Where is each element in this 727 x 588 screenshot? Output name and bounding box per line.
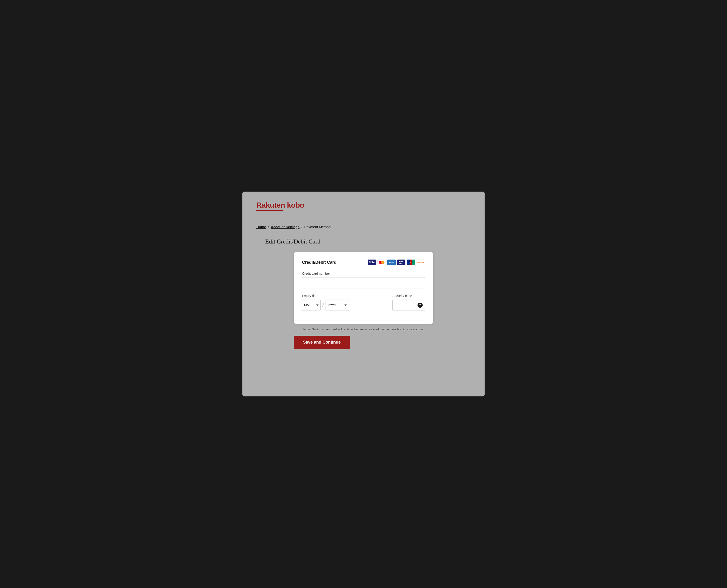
- credit-card-number-label: Credit card number: [302, 272, 425, 275]
- logo: Rakuten kobo: [256, 201, 304, 211]
- card-form-title: Credit/Debit Card: [302, 260, 336, 265]
- expiry-date-label: Expiry date: [302, 294, 386, 298]
- payment-icons: VISA AMEX VISA DEBIT JCB: [368, 259, 425, 265]
- card-form-container: Credit/Debit Card VISA AMEX VISA: [294, 252, 433, 324]
- breadcrumb-current: Payment Method: [304, 225, 330, 229]
- mastercard-icon: [377, 259, 386, 265]
- logo-container: Rakuten kobo: [256, 201, 471, 211]
- expiry-date-group: Expiry date MM 01020304 05060708 0910111…: [302, 294, 386, 311]
- expiry-inputs: MM 01020304 05060708 09101112 / YYYY 202…: [302, 299, 386, 311]
- breadcrumb: Home / Account Settings / Payment Method: [256, 225, 471, 229]
- security-help-icon[interactable]: ?: [417, 302, 423, 308]
- security-code-label: Security code: [392, 294, 425, 298]
- security-code-group: Security code ?: [392, 294, 425, 311]
- security-input-wrapper: ?: [392, 299, 425, 311]
- expiry-year-select[interactable]: YYYY 2024202520262027 2028202920302031 2…: [326, 299, 349, 311]
- breadcrumb-home[interactable]: Home: [256, 225, 266, 229]
- note-prefix: Note:: [304, 328, 311, 331]
- visa-icon: VISA: [368, 259, 376, 265]
- credit-card-number-input[interactable]: [302, 277, 425, 289]
- discover-icon: DISCOVER: [417, 259, 425, 265]
- save-and-continue-button[interactable]: Save and Continue: [294, 336, 350, 349]
- note-text: Note: Saving a new card will replace the…: [294, 328, 433, 331]
- visa-debit-icon: VISA DEBIT: [397, 259, 406, 265]
- page-title-row: ← Edit Credit/Debit Card: [256, 238, 471, 245]
- expiry-security-row: Expiry date MM 01020304 05060708 0910111…: [302, 294, 425, 316]
- expiry-slash: /: [323, 303, 324, 308]
- breadcrumb-account-settings[interactable]: Account Settings: [271, 225, 299, 229]
- credit-card-number-group: Credit card number: [302, 272, 425, 289]
- note-body: Saving a new card will replace the previ…: [312, 328, 424, 331]
- page-title: Edit Credit/Debit Card: [265, 238, 320, 245]
- amex-icon: AMEX: [387, 259, 396, 265]
- main-container: Rakuten kobo Home / Account Settings / P…: [243, 192, 484, 396]
- save-button-wrapper: Save and Continue: [294, 336, 433, 349]
- jcb-icon: JCB: [407, 259, 415, 265]
- breadcrumb-sep-2: /: [301, 225, 302, 229]
- logo-underline: [256, 210, 283, 211]
- back-arrow-icon[interactable]: ←: [256, 238, 262, 245]
- breadcrumb-sep-1: /: [268, 225, 269, 229]
- logo-text: Rakuten kobo: [256, 201, 304, 209]
- card-form-header: Credit/Debit Card VISA AMEX VISA: [302, 259, 425, 265]
- expiry-month-select[interactable]: MM 01020304 05060708 09101112: [302, 299, 321, 311]
